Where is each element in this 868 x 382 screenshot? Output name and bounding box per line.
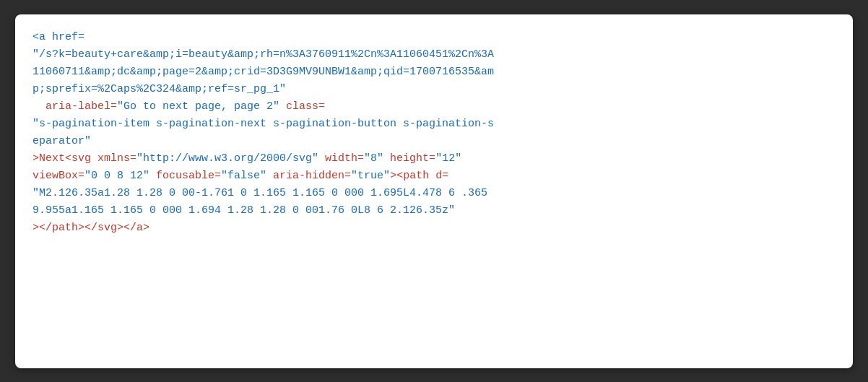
code-token: "http://www.w3.org/2000/svg" (136, 152, 318, 165)
code-token: aria-hidden= (266, 170, 351, 182)
code-token: ></path></svg></a> (32, 222, 149, 234)
code-token: >Next<svg xmlns= (32, 152, 136, 165)
code-token: 11060711&amp;dc&amp;page=2&amp;crid=3D3G… (32, 66, 494, 78)
code-token: p;sprefix=%2Caps%2C324&amp;ref=sr_pg_1" (32, 83, 286, 95)
code-line: >Next<svg xmlns="http://www.w3.org/2000/… (32, 150, 494, 168)
code-line: 11060711&amp;dc&amp;page=2&amp;crid=3D3G… (32, 64, 494, 81)
code-line: "M2.126.35a1.28 1.28 0 00-1.761 0 1.165 … (32, 185, 494, 202)
code-token: 9.955a1.165 1.165 0 000 1.694 1.28 1.28 … (32, 204, 455, 217)
code-line: aria-label="Go to next page, page 2" cla… (32, 98, 494, 116)
code-line: 9.955a1.165 1.165 0 000 1.694 1.28 1.28 … (32, 202, 494, 220)
code-line: ></path></svg></a> (32, 220, 494, 237)
code-line: p;sprefix=%2Caps%2C324&amp;ref=sr_pg_1" (32, 81, 494, 98)
code-line: "/s?k=beauty+care&amp;i=beauty&amp;rh=n%… (32, 46, 494, 64)
code-token: ><path d= (390, 170, 448, 182)
code-token: aria-label= (32, 100, 117, 113)
code-token: "8" (364, 152, 383, 165)
code-token: "true" (351, 170, 390, 182)
code-token: "s-pagination-item s-pagination-next s-p… (32, 118, 494, 130)
code-line: <a href= (32, 29, 494, 46)
code-block: <a href="/s?k=beauty+care&amp;i=beauty&a… (32, 29, 494, 237)
code-container: <a href="/s?k=beauty+care&amp;i=beauty&a… (15, 14, 853, 368)
code-token: "false" (221, 170, 266, 182)
code-token: <a href= (32, 31, 84, 43)
code-line: viewBox="0 0 8 12" focusable="false" ari… (32, 168, 494, 185)
code-token: "M2.126.35a1.28 1.28 0 00-1.761 0 1.165 … (32, 187, 487, 199)
code-line: "s-pagination-item s-pagination-next s-p… (32, 116, 494, 133)
code-token: "12" (435, 152, 461, 165)
code-token: height= (383, 152, 435, 165)
code-token: focusable= (149, 170, 221, 182)
code-token: eparator" (32, 135, 91, 147)
code-token: viewBox= (32, 170, 84, 182)
code-line: eparator" (32, 133, 494, 150)
code-token: width= (318, 152, 364, 165)
code-token: "/s?k=beauty+care&amp;i=beauty&amp;rh=n%… (32, 48, 494, 61)
code-token: class= (279, 100, 325, 113)
code-token: "Go to next page, page 2" (117, 100, 279, 113)
code-token: "0 0 8 12" (84, 170, 149, 182)
